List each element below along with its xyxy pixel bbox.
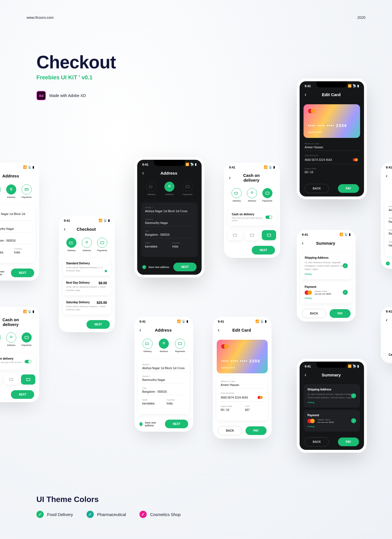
step-payments[interactable]: Payments (97, 238, 107, 252)
step-payments[interactable]: Payments (262, 188, 272, 202)
country-input[interactable]: India (14, 251, 31, 256)
city-input[interactable]: Bangalore - 560016 (145, 233, 194, 238)
xd-icon: Xd (36, 91, 46, 100)
saturday-delivery-option[interactable]: Saturday DeliveryOrder will be delivered… (63, 297, 111, 314)
svg-rect-23 (146, 343, 148, 345)
pay-method-3[interactable] (262, 230, 276, 240)
pay-method-2[interactable] (245, 230, 259, 240)
back-icon[interactable]: ‹ (305, 372, 306, 378)
street1-input[interactable]: Akshya Nagar 1st Block 1st Cross (145, 210, 194, 215)
change-link[interactable]: Chang (307, 401, 356, 404)
pay-method-1[interactable] (228, 230, 242, 240)
save-address-toggle[interactable]: ✓Save new address (0, 270, 8, 276)
next-button[interactable]: NEXT (87, 320, 110, 329)
card-icon (24, 187, 29, 192)
change-link[interactable]: Chang (305, 273, 348, 275)
step-address[interactable]: Address (6, 184, 16, 198)
next-button[interactable]: NEXT (11, 269, 34, 277)
cod-toggle[interactable] (25, 360, 31, 363)
svg-rect-15 (267, 234, 271, 236)
check-icon: ✓ (87, 511, 94, 518)
step-delivery[interactable]: Delivery (0, 184, 1, 198)
step-delivery[interactable]: Delivery (66, 238, 76, 252)
back-icon[interactable]: ‹ (302, 240, 304, 246)
edit-card-screen-dark: 9:41📶 📡 ▮ ‹Edit Card •••• •••• •••• 2356… (297, 78, 367, 199)
next-button[interactable]: NEXT (165, 420, 188, 428)
svg-rect-9 (186, 186, 189, 188)
status-icons: 📶 📡 ▮ (23, 165, 34, 169)
pay-button[interactable]: PAY (338, 438, 359, 446)
cod-screen-light: 9:41📶 📡 ▮ ‹Cash on delivery Delivery Add… (224, 163, 280, 258)
cod-option[interactable]: Cash on deliveryPay once you got order a… (0, 353, 35, 370)
location-icon (9, 187, 13, 192)
back-icon[interactable]: ‹ (142, 170, 144, 176)
city-input[interactable]: Bangalore - 560016 (0, 239, 31, 244)
back-button[interactable]: BACK (302, 309, 326, 318)
theme-colors-section: UI Theme Colors ✓Food Delivery ✓Pharmace… (36, 495, 181, 518)
checkout-delivery-screen: 9:41📶 📡 ▮ ‹Checkout Delivery Address Pay… (59, 216, 115, 332)
check-icon: ✓ (139, 511, 147, 518)
cardname-input[interactable]: Ameer Hassan (305, 146, 359, 151)
cardnumber-input[interactable]: 4560 5674 3224 4543 (305, 158, 359, 164)
svg-rect-19 (25, 336, 28, 339)
back-icon[interactable]: ‹ (305, 92, 306, 98)
expiry-input[interactable]: 09 / 18 (305, 171, 359, 175)
svg-rect-10 (235, 192, 237, 194)
step-payments[interactable]: Payments (183, 182, 193, 196)
theme-cosmetics: ✓Cosmetics Shop (139, 511, 181, 518)
standard-delivery-option[interactable]: Standard DeliveryOrder will be delivered… (63, 258, 111, 276)
step-address[interactable]: Address (247, 188, 257, 202)
step-address[interactable]: Address (164, 182, 174, 196)
pay-button[interactable]: PAY (330, 309, 351, 318)
street1-input[interactable]: Akshya Nagar 1st Block 1st Cross (0, 212, 31, 221)
step-delivery[interactable]: Delivery (146, 182, 156, 196)
check-icon: ✓ (36, 511, 44, 518)
summary-screen-dark: 9:41📶 📡 ▮ ‹Summary Shipping Address 21, … (297, 359, 367, 453)
pay-button[interactable]: PAY (246, 426, 267, 435)
back-button[interactable]: BACK (305, 184, 329, 193)
back-icon[interactable]: ‹ (64, 226, 66, 232)
hero-subtitle: Freebies UI KiT ' v0.1 (36, 74, 116, 81)
hero: Checkout Freebies UI KiT ' v0.1 Xd Made … (36, 52, 116, 100)
payment-card: Payment Master Card•••• •••• •••• 4543 C… (301, 281, 352, 303)
street2-input[interactable]: Rammurthy Nagar (0, 227, 31, 232)
svg-point-5 (86, 241, 88, 243)
address-screen-light-partial: 9:41📶 📡 ▮ ‹Address Delivery Address Paym… (0, 163, 39, 281)
wallet-icon (233, 233, 237, 237)
pay-button[interactable]: PAY (338, 184, 359, 193)
next-button[interactable]: NEXT (11, 390, 34, 399)
back-icon[interactable]: ‹ (386, 173, 388, 179)
svg-rect-7 (149, 186, 152, 188)
svg-point-1 (10, 188, 12, 190)
hero-title: Checkout (36, 52, 116, 73)
back-icon[interactable]: ‹ (229, 175, 231, 181)
state-input[interactable]: karnataka (0, 251, 8, 256)
back-button[interactable]: BACK (305, 437, 329, 447)
nextday-delivery-option[interactable]: Next Day DeliveryOrder will be delivered… (63, 278, 111, 295)
theme-colors-title: UI Theme Colors (36, 495, 181, 504)
step-delivery[interactable]: Delivery (232, 188, 242, 202)
year: 2020 (357, 15, 365, 20)
svg-rect-14 (250, 234, 254, 236)
address-screen-light-right: 9:41📶 📡 ▮ ‹ Street 1Akshy Street 2Ramm C… (381, 163, 392, 269)
step-address[interactable]: Address (82, 238, 92, 252)
svg-point-24 (163, 342, 165, 344)
back-button[interactable]: BACK (218, 426, 242, 435)
cod-toggle[interactable] (265, 216, 272, 219)
street2-input[interactable]: Rammurthy Nagar (145, 221, 194, 226)
svg-rect-6 (101, 242, 104, 244)
check-icon: ✓ (343, 263, 348, 268)
step-payments[interactable]: Payments (22, 184, 32, 198)
back-icon[interactable]: ‹ (139, 327, 141, 333)
site-url[interactable]: www.firosnv.com (27, 15, 54, 20)
change-link[interactable]: Chang (307, 425, 356, 428)
save-address-toggle[interactable]: ✓Save new address (142, 265, 169, 269)
cod-option[interactable]: Cash on deliveryPay once you got order a… (228, 209, 276, 226)
next-button[interactable]: NEXT (252, 246, 275, 255)
back-icon[interactable]: ‹ (218, 327, 220, 333)
change-link[interactable]: Chang (305, 297, 348, 299)
shipping-address-card: Shipping Address 21, Alex Davidson Avenu… (301, 252, 352, 279)
theme-pharmaceutical: ✓Pharmaceutical (87, 511, 126, 518)
cod-screen-light-2: 9:41📶 📡 ▮ ‹Cash on delivery Delivery Add… (0, 307, 39, 402)
next-button[interactable]: NEXT (173, 263, 197, 271)
